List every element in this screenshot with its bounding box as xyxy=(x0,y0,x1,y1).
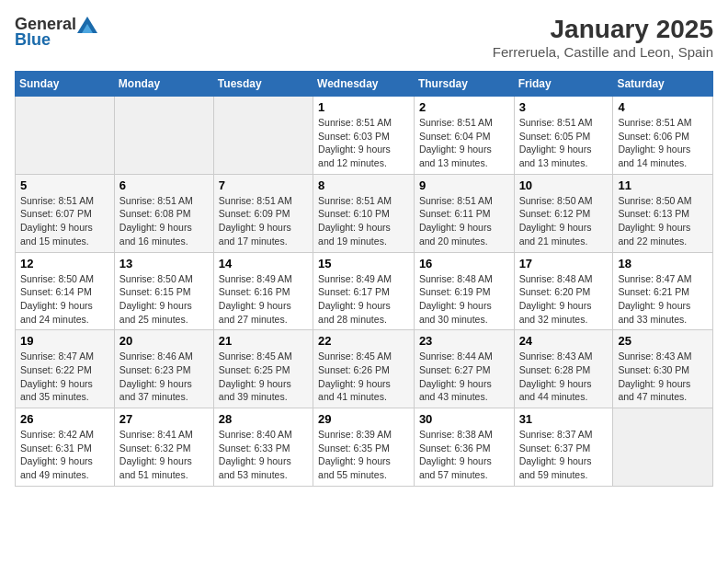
sunset-text: Sunset: 6:31 PM xyxy=(20,442,109,455)
calendar-cell: 16Sunrise: 8:48 AMSunset: 6:19 PMDayligh… xyxy=(414,252,514,330)
calendar-cell: 11Sunrise: 8:50 AMSunset: 6:13 PMDayligh… xyxy=(613,174,713,252)
day-number: 14 xyxy=(219,257,308,270)
sunset-text: Sunset: 6:07 PM xyxy=(20,207,109,221)
calendar-cell: 28Sunrise: 8:40 AMSunset: 6:33 PMDayligh… xyxy=(213,408,313,487)
logo-blue: Blue xyxy=(15,30,51,50)
day-number: 17 xyxy=(519,257,609,270)
day-info: Sunrise: 8:50 AMSunset: 6:13 PMDaylight:… xyxy=(618,194,708,248)
day-info: Sunrise: 8:41 AMSunset: 6:32 PMDaylight:… xyxy=(119,428,209,482)
day-number: 5 xyxy=(20,178,109,192)
day-number: 28 xyxy=(219,412,308,426)
header-monday: Monday xyxy=(114,72,213,97)
header-tuesday: Tuesday xyxy=(213,72,313,97)
calendar-cell: 14Sunrise: 8:49 AMSunset: 6:16 PMDayligh… xyxy=(213,252,313,330)
calendar-header-row: SundayMondayTuesdayWednesdayThursdayFrid… xyxy=(16,72,713,97)
day-number: 31 xyxy=(519,412,609,426)
sunset-text: Sunset: 6:08 PM xyxy=(119,207,209,221)
sunset-text: Sunset: 6:32 PM xyxy=(119,442,209,455)
day-info: Sunrise: 8:46 AMSunset: 6:23 PMDaylight:… xyxy=(119,350,209,404)
calendar-cell xyxy=(114,97,213,175)
calendar-cell: 10Sunrise: 8:50 AMSunset: 6:12 PMDayligh… xyxy=(514,174,613,252)
daylight-text: Daylight: 9 hours and 41 minutes. xyxy=(318,377,409,404)
calendar-cell: 5Sunrise: 8:51 AMSunset: 6:07 PMDaylight… xyxy=(16,174,115,252)
sunrise-text: Sunrise: 8:43 AM xyxy=(519,350,609,363)
calendar-cell: 24Sunrise: 8:43 AMSunset: 6:28 PMDayligh… xyxy=(514,330,613,408)
sunrise-text: Sunrise: 8:49 AM xyxy=(318,272,409,286)
daylight-text: Daylight: 9 hours and 37 minutes. xyxy=(119,377,209,404)
sunset-text: Sunset: 6:04 PM xyxy=(419,130,509,144)
day-number: 29 xyxy=(318,412,409,426)
calendar-cell: 3Sunrise: 8:51 AMSunset: 6:05 PMDaylight… xyxy=(514,97,613,175)
sunrise-text: Sunrise: 8:50 AM xyxy=(20,272,109,286)
day-number: 7 xyxy=(219,178,308,192)
sunset-text: Sunset: 6:36 PM xyxy=(419,442,509,455)
daylight-text: Daylight: 9 hours and 55 minutes. xyxy=(318,454,409,481)
day-info: Sunrise: 8:44 AMSunset: 6:27 PMDaylight:… xyxy=(419,350,509,404)
day-number: 12 xyxy=(20,257,109,270)
daylight-text: Daylight: 9 hours and 27 minutes. xyxy=(219,299,308,326)
sunrise-text: Sunrise: 8:47 AM xyxy=(20,350,109,363)
header-friday: Friday xyxy=(514,72,613,97)
sunrise-text: Sunrise: 8:50 AM xyxy=(618,194,708,208)
calendar-cell: 20Sunrise: 8:46 AMSunset: 6:23 PMDayligh… xyxy=(114,330,213,408)
sunrise-text: Sunrise: 8:45 AM xyxy=(219,350,308,363)
day-number: 21 xyxy=(219,334,308,348)
day-number: 23 xyxy=(419,334,509,348)
sunrise-text: Sunrise: 8:51 AM xyxy=(318,116,409,130)
calendar-cell: 4Sunrise: 8:51 AMSunset: 6:06 PMDaylight… xyxy=(613,97,713,175)
daylight-text: Daylight: 9 hours and 57 minutes. xyxy=(419,454,509,481)
calendar-cell: 18Sunrise: 8:47 AMSunset: 6:21 PMDayligh… xyxy=(613,252,713,330)
daylight-text: Daylight: 9 hours and 28 minutes. xyxy=(318,299,409,326)
calendar-cell: 12Sunrise: 8:50 AMSunset: 6:14 PMDayligh… xyxy=(16,252,115,330)
calendar-week-4: 19Sunrise: 8:47 AMSunset: 6:22 PMDayligh… xyxy=(16,330,713,408)
sunset-text: Sunset: 6:14 PM xyxy=(20,285,109,299)
calendar-cell: 25Sunrise: 8:43 AMSunset: 6:30 PMDayligh… xyxy=(613,330,713,408)
calendar-cell xyxy=(213,97,313,175)
daylight-text: Daylight: 9 hours and 35 minutes. xyxy=(20,377,109,404)
sunset-text: Sunset: 6:09 PM xyxy=(219,207,308,221)
calendar-week-2: 5Sunrise: 8:51 AMSunset: 6:07 PMDaylight… xyxy=(16,174,713,252)
day-number: 24 xyxy=(519,334,609,348)
header-thursday: Thursday xyxy=(414,72,514,97)
day-info: Sunrise: 8:50 AMSunset: 6:14 PMDaylight:… xyxy=(20,272,109,327)
daylight-text: Daylight: 9 hours and 43 minutes. xyxy=(419,377,509,404)
sunrise-text: Sunrise: 8:40 AM xyxy=(219,428,308,442)
day-info: Sunrise: 8:47 AMSunset: 6:22 PMDaylight:… xyxy=(20,350,109,404)
day-info: Sunrise: 8:50 AMSunset: 6:12 PMDaylight:… xyxy=(519,194,609,248)
calendar-week-5: 26Sunrise: 8:42 AMSunset: 6:31 PMDayligh… xyxy=(16,408,713,487)
page-subtitle: Ferreruela, Castille and Leon, Spain xyxy=(493,44,713,60)
day-info: Sunrise: 8:51 AMSunset: 6:11 PMDaylight:… xyxy=(419,194,509,248)
daylight-text: Daylight: 9 hours and 32 minutes. xyxy=(519,299,609,326)
sunrise-text: Sunrise: 8:51 AM xyxy=(618,116,708,130)
day-number: 13 xyxy=(119,257,209,270)
sunset-text: Sunset: 6:03 PM xyxy=(318,130,409,144)
sunrise-text: Sunrise: 8:50 AM xyxy=(119,272,209,286)
day-info: Sunrise: 8:47 AMSunset: 6:21 PMDaylight:… xyxy=(618,272,708,327)
daylight-text: Daylight: 9 hours and 51 minutes. xyxy=(119,454,209,481)
day-number: 8 xyxy=(318,178,409,192)
day-info: Sunrise: 8:50 AMSunset: 6:15 PMDaylight:… xyxy=(119,272,209,327)
day-number: 3 xyxy=(519,100,609,114)
day-number: 9 xyxy=(419,178,509,192)
calendar-cell: 27Sunrise: 8:41 AMSunset: 6:32 PMDayligh… xyxy=(114,408,213,487)
daylight-text: Daylight: 9 hours and 21 minutes. xyxy=(519,221,609,247)
calendar-cell: 23Sunrise: 8:44 AMSunset: 6:27 PMDayligh… xyxy=(414,330,514,408)
day-info: Sunrise: 8:51 AMSunset: 6:07 PMDaylight:… xyxy=(20,194,109,248)
daylight-text: Daylight: 9 hours and 39 minutes. xyxy=(219,377,308,404)
sunrise-text: Sunrise: 8:41 AM xyxy=(119,428,209,442)
day-number: 15 xyxy=(318,257,409,270)
daylight-text: Daylight: 9 hours and 33 minutes. xyxy=(618,299,708,326)
day-info: Sunrise: 8:51 AMSunset: 6:03 PMDaylight:… xyxy=(318,116,409,170)
daylight-text: Daylight: 9 hours and 22 minutes. xyxy=(618,221,708,247)
day-info: Sunrise: 8:37 AMSunset: 6:37 PMDaylight:… xyxy=(519,428,609,482)
daylight-text: Daylight: 9 hours and 20 minutes. xyxy=(419,221,509,247)
sunrise-text: Sunrise: 8:48 AM xyxy=(419,272,509,286)
daylight-text: Daylight: 9 hours and 44 minutes. xyxy=(519,377,609,404)
sunrise-text: Sunrise: 8:51 AM xyxy=(119,194,209,208)
calendar-cell: 31Sunrise: 8:37 AMSunset: 6:37 PMDayligh… xyxy=(514,408,613,487)
sunrise-text: Sunrise: 8:51 AM xyxy=(20,194,109,208)
daylight-text: Daylight: 9 hours and 30 minutes. xyxy=(419,299,509,326)
day-info: Sunrise: 8:51 AMSunset: 6:04 PMDaylight:… xyxy=(419,116,509,170)
day-info: Sunrise: 8:48 AMSunset: 6:20 PMDaylight:… xyxy=(519,272,609,327)
sunset-text: Sunset: 6:05 PM xyxy=(519,130,609,144)
